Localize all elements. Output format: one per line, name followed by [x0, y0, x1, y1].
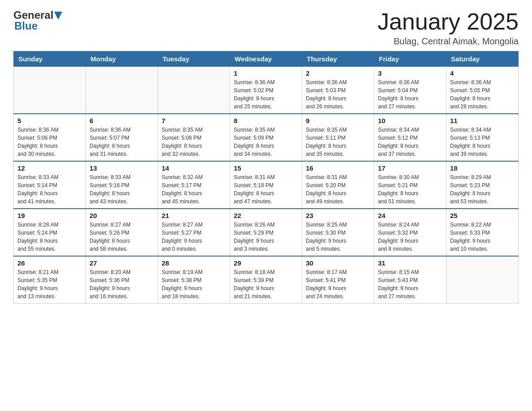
day-info: Sunrise: 8:36 AM Sunset: 5:03 PM Dayligh… — [306, 78, 370, 111]
calendar-day-cell: 26Sunrise: 8:21 AM Sunset: 5:35 PM Dayli… — [14, 256, 86, 304]
page-header: General Blue January 2025 Bulag, Central… — [13, 9, 519, 47]
weekday-header: Sunday — [14, 51, 86, 67]
day-number: 6 — [90, 117, 154, 124]
day-info: Sunrise: 8:36 AM Sunset: 5:04 PM Dayligh… — [378, 78, 442, 111]
calendar-week-row: 19Sunrise: 8:28 AM Sunset: 5:24 PM Dayli… — [14, 209, 519, 256]
day-info: Sunrise: 8:31 AM Sunset: 5:18 PM Dayligh… — [234, 173, 298, 206]
day-number: 10 — [378, 117, 442, 124]
calendar-day-cell — [14, 67, 86, 114]
day-number: 7 — [162, 117, 226, 124]
day-number: 23 — [306, 212, 370, 219]
day-number: 17 — [378, 164, 442, 172]
calendar-day-cell: 15Sunrise: 8:31 AM Sunset: 5:18 PM Dayli… — [230, 161, 302, 209]
day-number: 14 — [162, 164, 226, 172]
day-number: 4 — [450, 69, 515, 77]
day-number: 18 — [450, 164, 515, 172]
day-info: Sunrise: 8:27 AM Sunset: 5:27 PM Dayligh… — [162, 221, 226, 253]
day-info: Sunrise: 8:31 AM Sunset: 5:20 PM Dayligh… — [306, 173, 370, 206]
day-number: 25 — [450, 212, 515, 219]
calendar-day-cell: 25Sunrise: 8:22 AM Sunset: 5:33 PM Dayli… — [446, 209, 519, 256]
weekday-header: Saturday — [446, 51, 519, 67]
day-number: 16 — [306, 164, 370, 172]
day-number: 27 — [90, 259, 154, 267]
day-info: Sunrise: 8:29 AM Sunset: 5:23 PM Dayligh… — [450, 173, 515, 206]
calendar-week-row: 12Sunrise: 8:33 AM Sunset: 5:14 PM Dayli… — [14, 161, 519, 209]
calendar-day-cell: 31Sunrise: 8:15 AM Sunset: 5:43 PM Dayli… — [374, 256, 446, 304]
calendar-day-cell: 14Sunrise: 8:32 AM Sunset: 5:17 PM Dayli… — [158, 161, 230, 209]
calendar-day-cell: 21Sunrise: 8:27 AM Sunset: 5:27 PM Dayli… — [158, 209, 230, 256]
logo-blue-text: Blue — [14, 20, 38, 32]
calendar-day-cell: 23Sunrise: 8:25 AM Sunset: 5:30 PM Dayli… — [302, 209, 374, 256]
location-text: Bulag, Central Aimak, Mongolia — [378, 36, 519, 47]
calendar-day-cell: 3Sunrise: 8:36 AM Sunset: 5:04 PM Daylig… — [374, 67, 446, 114]
calendar-week-row: 26Sunrise: 8:21 AM Sunset: 5:35 PM Dayli… — [14, 256, 519, 304]
day-info: Sunrise: 8:32 AM Sunset: 5:17 PM Dayligh… — [162, 173, 226, 206]
day-info: Sunrise: 8:36 AM Sunset: 5:06 PM Dayligh… — [17, 126, 82, 158]
weekday-header: Wednesday — [230, 51, 302, 67]
weekday-header: Tuesday — [158, 51, 230, 67]
day-number: 1 — [234, 69, 298, 77]
day-number: 29 — [234, 259, 298, 267]
day-number: 9 — [306, 117, 370, 124]
day-info: Sunrise: 8:27 AM Sunset: 5:26 PM Dayligh… — [90, 221, 154, 253]
calendar-day-cell — [86, 67, 158, 114]
calendar-day-cell: 9Sunrise: 8:35 AM Sunset: 5:11 PM Daylig… — [302, 114, 374, 161]
calendar-day-cell: 13Sunrise: 8:33 AM Sunset: 5:16 PM Dayli… — [86, 161, 158, 209]
day-number: 24 — [378, 212, 442, 219]
calendar-table: SundayMondayTuesdayWednesdayThursdayFrid… — [13, 51, 519, 304]
weekday-header: Monday — [86, 51, 158, 67]
calendar-day-cell: 20Sunrise: 8:27 AM Sunset: 5:26 PM Dayli… — [86, 209, 158, 256]
day-number: 19 — [17, 212, 82, 219]
calendar-day-cell: 27Sunrise: 8:20 AM Sunset: 5:36 PM Dayli… — [86, 256, 158, 304]
day-info: Sunrise: 8:35 AM Sunset: 5:11 PM Dayligh… — [306, 126, 370, 158]
day-number: 21 — [162, 212, 226, 219]
day-number: 3 — [378, 69, 442, 77]
calendar-day-cell: 4Sunrise: 8:36 AM Sunset: 5:05 PM Daylig… — [446, 67, 519, 114]
day-info: Sunrise: 8:34 AM Sunset: 5:12 PM Dayligh… — [378, 126, 442, 158]
day-number: 28 — [162, 259, 226, 267]
title-section: January 2025 Bulag, Central Aimak, Mongo… — [378, 9, 519, 47]
day-info: Sunrise: 8:35 AM Sunset: 5:09 PM Dayligh… — [234, 126, 298, 158]
day-info: Sunrise: 8:33 AM Sunset: 5:14 PM Dayligh… — [17, 173, 82, 206]
calendar-day-cell: 8Sunrise: 8:35 AM Sunset: 5:09 PM Daylig… — [230, 114, 302, 161]
calendar-day-cell: 24Sunrise: 8:24 AM Sunset: 5:32 PM Dayli… — [374, 209, 446, 256]
logo: General Blue — [13, 9, 62, 32]
day-info: Sunrise: 8:26 AM Sunset: 5:29 PM Dayligh… — [234, 221, 298, 253]
day-info: Sunrise: 8:18 AM Sunset: 5:39 PM Dayligh… — [234, 268, 298, 300]
day-number: 2 — [306, 69, 370, 77]
day-info: Sunrise: 8:33 AM Sunset: 5:16 PM Dayligh… — [90, 173, 154, 206]
day-number: 20 — [90, 212, 154, 219]
logo-triangle-icon — [54, 12, 62, 20]
calendar-day-cell: 22Sunrise: 8:26 AM Sunset: 5:29 PM Dayli… — [230, 209, 302, 256]
calendar-header: SundayMondayTuesdayWednesdayThursdayFrid… — [14, 51, 519, 67]
day-info: Sunrise: 8:30 AM Sunset: 5:21 PM Dayligh… — [378, 173, 442, 206]
day-number: 11 — [450, 117, 515, 124]
day-info: Sunrise: 8:15 AM Sunset: 5:43 PM Dayligh… — [378, 268, 442, 300]
day-number: 31 — [378, 259, 442, 267]
day-info: Sunrise: 8:20 AM Sunset: 5:36 PM Dayligh… — [90, 268, 154, 300]
svg-marker-0 — [54, 12, 62, 20]
calendar-day-cell: 1Sunrise: 8:36 AM Sunset: 5:02 PM Daylig… — [230, 67, 302, 114]
day-info: Sunrise: 8:25 AM Sunset: 5:30 PM Dayligh… — [306, 221, 370, 253]
day-number: 15 — [234, 164, 298, 172]
month-title: January 2025 — [378, 9, 519, 34]
day-number: 22 — [234, 212, 298, 219]
day-number: 26 — [17, 259, 82, 267]
day-number: 12 — [17, 164, 82, 172]
day-info: Sunrise: 8:36 AM Sunset: 5:02 PM Dayligh… — [234, 78, 298, 111]
calendar-day-cell: 29Sunrise: 8:18 AM Sunset: 5:39 PM Dayli… — [230, 256, 302, 304]
weekday-header-row: SundayMondayTuesdayWednesdayThursdayFrid… — [14, 51, 519, 67]
day-number: 30 — [306, 259, 370, 267]
day-info: Sunrise: 8:24 AM Sunset: 5:32 PM Dayligh… — [378, 221, 442, 253]
calendar-day-cell: 28Sunrise: 8:19 AM Sunset: 5:38 PM Dayli… — [158, 256, 230, 304]
calendar-day-cell: 10Sunrise: 8:34 AM Sunset: 5:12 PM Dayli… — [374, 114, 446, 161]
weekday-header: Thursday — [302, 51, 374, 67]
calendar-day-cell: 7Sunrise: 8:35 AM Sunset: 5:08 PM Daylig… — [158, 114, 230, 161]
day-info: Sunrise: 8:21 AM Sunset: 5:35 PM Dayligh… — [17, 268, 82, 300]
calendar-week-row: 5Sunrise: 8:36 AM Sunset: 5:06 PM Daylig… — [14, 114, 519, 161]
calendar-day-cell: 6Sunrise: 8:36 AM Sunset: 5:07 PM Daylig… — [86, 114, 158, 161]
day-number: 13 — [90, 164, 154, 172]
day-info: Sunrise: 8:36 AM Sunset: 5:05 PM Dayligh… — [450, 78, 515, 111]
calendar-day-cell: 2Sunrise: 8:36 AM Sunset: 5:03 PM Daylig… — [302, 67, 374, 114]
calendar-day-cell: 11Sunrise: 8:34 AM Sunset: 5:13 PM Dayli… — [446, 114, 519, 161]
